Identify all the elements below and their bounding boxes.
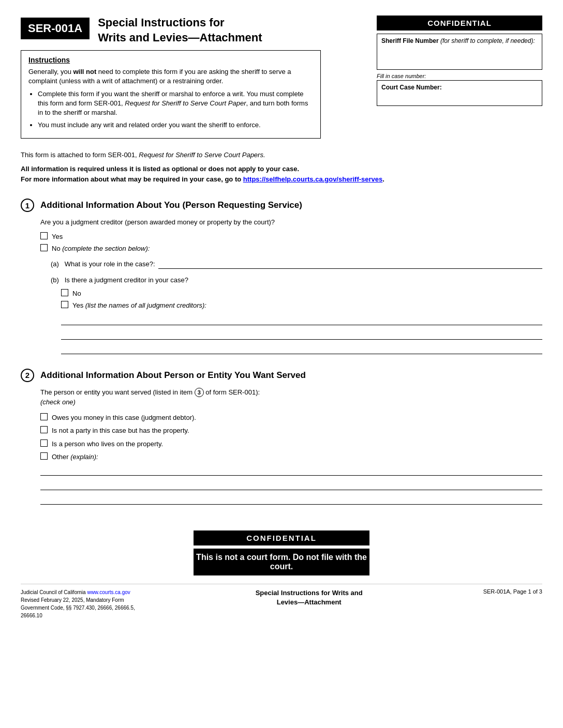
yes-row: Yes <box>40 232 542 242</box>
section-1-header: 1 Additional Information About You (Pers… <box>21 199 542 212</box>
header-row: SER-001A Special Instructions for Writs … <box>21 16 542 144</box>
other-line-1 <box>40 466 542 476</box>
yes-label: Yes <box>52 232 63 242</box>
no-label: No (complete the section below): <box>52 244 150 254</box>
owes-checkbox[interactable] <box>40 413 48 420</box>
footer-revised: Revised February 22, 2025, Mandatory For… <box>21 596 135 604</box>
header-right: CONFIDENTIAL Sheriff File Number (for sh… <box>377 16 542 144</box>
section-2-body: The person or entity you want served (li… <box>40 387 542 505</box>
no-checkbox[interactable] <box>40 244 48 251</box>
other-explain-lines <box>40 466 542 505</box>
checkbox-lives: Is a person who lives on the property. <box>40 439 542 449</box>
checkbox-other: Other (explain): <box>40 452 542 462</box>
checkbox-owes: Owes you money in this case (judgment de… <box>40 413 542 423</box>
sub-b-no-checkbox[interactable] <box>61 289 68 296</box>
footer-right: SER-001A, Page 1 of 3 <box>483 588 542 595</box>
instructions-item-1: Complete this form if you want the sheri… <box>38 89 313 118</box>
judgment-creditors-lines <box>61 316 542 354</box>
sub-question-b: (b) Is there a judgment creditor in your… <box>51 275 542 354</box>
footer-gov-code: Government Code, §§ 7927.430, 26666, 266… <box>21 604 135 612</box>
other-line-2 <box>40 481 542 490</box>
section-2-checkboxes: Owes you money in this case (judgment de… <box>40 413 542 462</box>
sub-b-question: (b) Is there a judgment creditor in your… <box>51 275 542 285</box>
footer-center: Special Instructions for Writs and Levie… <box>256 588 363 607</box>
attached-text: This form is attached to form SER-001, R… <box>21 151 542 159</box>
section-2: 2 Additional Information About Person or… <box>21 369 542 505</box>
sub-b-yes-row: Yes (list the names of all judgment cred… <box>61 300 542 311</box>
form-title: Special Instructions for Writs and Levie… <box>98 16 366 45</box>
section-1: 1 Additional Information About You (Pers… <box>21 199 542 354</box>
blank-line-1 <box>61 316 542 325</box>
sub-b-yes-checkbox[interactable] <box>61 301 68 308</box>
instructions-heading: Instructions <box>28 56 313 64</box>
other-line-3 <box>40 495 542 505</box>
instructions-intro: Generally, you will not need to complete… <box>28 67 313 86</box>
checkbox-not-party: Is not a party in this case but has the … <box>40 426 542 436</box>
sub-b-no-row: No <box>61 289 542 299</box>
bottom-not-court: This is not a court form. Do not file wi… <box>194 549 369 575</box>
yes-checkbox[interactable] <box>40 232 48 239</box>
sub-b-no-label: No <box>72 289 81 299</box>
page: SER-001A Special Instructions for Writs … <box>0 0 563 728</box>
bottom-conf-badge: CONFIDENTIAL <box>194 530 369 545</box>
section-2-title: Additional Information About Person or E… <box>40 370 306 381</box>
other-checkbox[interactable] <box>40 452 48 460</box>
footer: Judicial Council of California www.court… <box>21 584 542 619</box>
sub-a-label: (a) What is your role in the case?: <box>51 259 155 269</box>
fill-in-label: Fill in case number: <box>377 73 542 79</box>
sub-a-fill <box>158 261 542 269</box>
sub-a-line: (a) What is your role in the case?: <box>51 259 542 269</box>
footer-code2: 26666.10 <box>21 612 135 619</box>
section-2-intro: The person or entity you want served (li… <box>40 387 542 407</box>
info-link[interactable]: https://selfhelp.courts.ca.gov/sheriff-s… <box>243 175 382 183</box>
other-label: Other (explain): <box>52 452 98 462</box>
not-party-checkbox[interactable] <box>40 426 48 433</box>
header-left: SER-001A Special Instructions for Writs … <box>21 16 366 144</box>
blank-line-2 <box>61 330 542 340</box>
instructions-list: Complete this form if you want the sheri… <box>38 89 313 130</box>
header: SER-001A Special Instructions for Writs … <box>21 16 366 45</box>
lives-checkbox[interactable] <box>40 439 48 447</box>
court-case-box: Court Case Number: <box>377 80 542 106</box>
instructions-item-2: You must include any writ and related or… <box>38 120 313 130</box>
section-2-number: 2 <box>21 369 34 382</box>
blank-line-3 <box>61 345 542 354</box>
header-title: Special Instructions for Writs and Levie… <box>98 16 366 45</box>
not-party-label: Is not a party in this case but has the … <box>52 426 189 436</box>
footer-url[interactable]: www.courts.ca.gov <box>87 589 130 595</box>
section-2-header: 2 Additional Information About Person or… <box>21 369 542 382</box>
section-1-question: Are you a judgment creditor (person awar… <box>40 217 542 228</box>
no-row: No (complete the section below): <box>40 244 542 254</box>
section-1-title: Additional Information About You (Person… <box>40 200 302 210</box>
owes-label: Owes you money in this case (judgment de… <box>52 413 196 423</box>
item-3-circle: 3 <box>195 388 204 397</box>
sub-b-yes-label: Yes (list the names of all judgment cred… <box>72 300 206 311</box>
sub-question-a: (a) What is your role in the case?: <box>51 259 542 269</box>
court-case-label: Court Case Number: <box>381 84 442 91</box>
info-required-block: All information is required unless it is… <box>21 164 542 184</box>
sheriff-file-label: Sheriff File Number (for sheriff to comp… <box>381 37 535 44</box>
section-1-body: Are you a judgment creditor (person awar… <box>40 217 542 354</box>
footer-judicial: Judicial Council of California www.court… <box>21 588 135 596</box>
bottom-confidential: CONFIDENTIAL This is not a court form. D… <box>21 530 542 575</box>
section-1-number: 1 <box>21 199 34 212</box>
lives-label: Is a person who lives on the property. <box>52 439 163 449</box>
instructions-box: Instructions Generally, you will not nee… <box>21 50 321 139</box>
form-id-box: SER-001A <box>21 18 90 39</box>
sheriff-file-box: Sheriff File Number (for sheriff to comp… <box>377 34 542 70</box>
footer-left: Judicial Council of California www.court… <box>21 588 135 619</box>
confidential-badge: CONFIDENTIAL <box>377 16 542 31</box>
